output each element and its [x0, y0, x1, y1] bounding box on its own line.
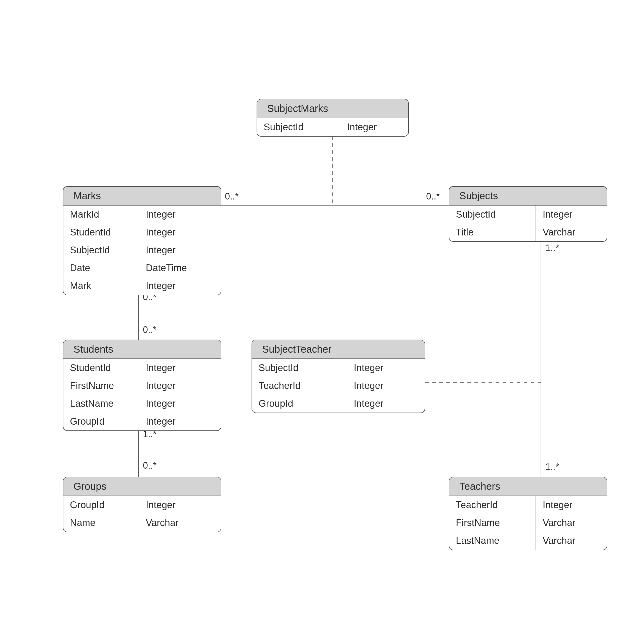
field-name: SubjectId	[63, 241, 139, 259]
field-type: Integer	[139, 496, 221, 514]
mult-subjects-teachers-top: 1..*	[545, 243, 559, 253]
field-type: Varchar	[536, 514, 607, 532]
field-type: Integer	[139, 413, 221, 430]
field-type: Integer	[139, 395, 221, 413]
field-type: Integer	[340, 118, 408, 136]
field-type: Integer	[536, 206, 607, 223]
mult-students-groups-bottom: 0..*	[143, 460, 156, 471]
field-type: Varchar	[139, 514, 221, 532]
field-name: Mark	[63, 277, 139, 295]
field-name: GroupId	[63, 496, 139, 514]
field-type: Integer	[347, 359, 425, 377]
field-name: StudentId	[63, 223, 139, 241]
entity-title: Students	[63, 340, 221, 359]
field-name: LastName	[63, 395, 139, 413]
entity-teachers: Teachers TeacherId FirstName LastName In…	[449, 477, 607, 550]
field-name: SubjectId	[252, 359, 347, 377]
entity-title: SubjectMarks	[257, 99, 408, 118]
field-type: Integer	[139, 241, 221, 259]
entity-subjectmarks: SubjectMarks SubjectId Integer	[257, 99, 409, 137]
entity-subjectteacher: SubjectTeacher SubjectId TeacherId Group…	[252, 340, 425, 413]
field-name: FirstName	[449, 514, 536, 532]
field-type: DateTime	[139, 259, 221, 277]
entity-marks: Marks MarkId StudentId SubjectId Date Ma…	[63, 186, 221, 295]
field-name: LastName	[449, 532, 536, 550]
field-type: Integer	[139, 377, 221, 395]
field-name: Name	[63, 514, 139, 532]
field-name: SubjectId	[257, 118, 340, 136]
field-name: TeacherId	[252, 377, 347, 395]
entity-students: Students StudentId FirstName LastName Gr…	[63, 340, 221, 431]
field-name: StudentId	[63, 359, 139, 377]
field-name: SubjectId	[449, 206, 536, 223]
entity-title: Groups	[63, 477, 221, 496]
entity-subjects: Subjects SubjectId Title Integer Varchar	[449, 186, 607, 242]
field-type: Integer	[347, 395, 425, 413]
field-name: FirstName	[63, 377, 139, 395]
field-type: Integer	[139, 223, 221, 241]
field-name: GroupId	[252, 395, 347, 413]
mult-marks-students-bottom: 0..*	[143, 325, 156, 335]
mult-marks-subjects-right: 0..*	[426, 191, 440, 202]
mult-marks-subjects-left: 0..*	[225, 191, 238, 202]
entity-title: Marks	[63, 187, 221, 206]
field-name: TeacherId	[449, 496, 536, 514]
entity-title: Subjects	[449, 187, 607, 206]
field-type: Integer	[139, 277, 221, 295]
field-type: Varchar	[536, 223, 607, 241]
field-name: MarkId	[63, 206, 139, 223]
field-name: Title	[449, 223, 536, 241]
entity-title: SubjectTeacher	[252, 340, 425, 359]
entity-groups: Groups GroupId Name Integer Varchar	[63, 477, 221, 532]
field-name: GroupId	[63, 413, 139, 430]
mult-subjects-teachers-bottom: 1..*	[545, 462, 559, 472]
field-name: Date	[63, 259, 139, 277]
field-type: Integer	[536, 496, 607, 514]
diagram-canvas: 0..* 0..* 0..* 0..* 1..* 0..* 1..* 1..* …	[0, 0, 644, 644]
entity-title: Teachers	[449, 477, 607, 496]
field-type: Integer	[347, 377, 425, 395]
field-type: Integer	[139, 359, 221, 377]
field-type: Integer	[139, 206, 221, 223]
field-type: Varchar	[536, 532, 607, 550]
